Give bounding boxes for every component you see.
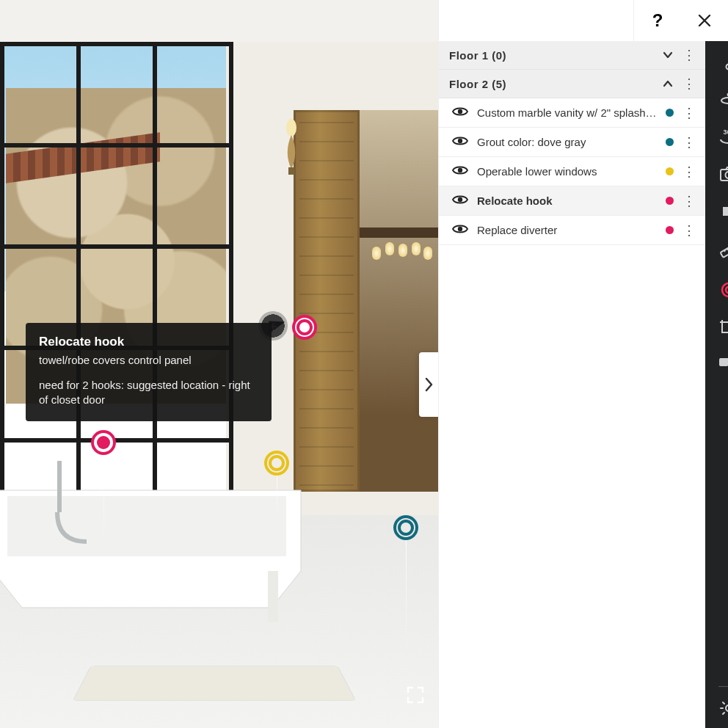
crop-icon[interactable] — [719, 320, 728, 338]
svg-point-6 — [458, 139, 462, 143]
floor-menu-button[interactable]: ⋮ — [682, 77, 695, 90]
tag-label: Custom marble vanity w/ 2" splash… — [477, 106, 657, 119]
tag-menu-button[interactable]: ⋮ — [682, 165, 695, 178]
help-button[interactable]: ? — [634, 0, 681, 41]
fullscreen-icon — [406, 685, 425, 705]
target-icon[interactable] — [719, 280, 728, 302]
help-icon: ? — [652, 10, 663, 31]
panel-collapse-handle[interactable] — [419, 352, 438, 417]
settings-icon[interactable] — [719, 699, 728, 721]
floor-header-2[interactable]: Floor 2 (5) ⋮ — [439, 70, 705, 98]
tag-menu-button[interactable]: ⋮ — [682, 106, 695, 120]
floor-label: Floor 1 (0) — [449, 49, 506, 62]
main-area: ＋ Relocate hook towel/robe covers contro… — [0, 0, 705, 728]
floor-header-1[interactable]: Floor 1 (0) ⋮ — [439, 41, 705, 70]
svg-point-18 — [726, 287, 728, 293]
tag-row[interactable]: Replace diverter ⋮ — [439, 216, 705, 245]
location-flag-icon[interactable] — [719, 51, 728, 73]
popup-title: Relocate hook — [39, 335, 258, 349]
3d-tag-vanity[interactable] — [396, 518, 415, 537]
window-mullions — [0, 42, 233, 512]
svg-rect-2 — [268, 571, 278, 622]
svg-point-7 — [458, 168, 462, 172]
wall-sconce — [279, 117, 304, 176]
3d-tag-relocate-hook[interactable] — [295, 318, 314, 337]
floor-label: Floor 2 (5) — [449, 78, 506, 90]
tags-panel: Floor 1 (0) ⋮ Floor 2 (5) ⋮ Custom marbl… — [438, 0, 705, 728]
3d-viewport[interactable]: ＋ Relocate hook towel/robe covers contro… — [0, 0, 438, 728]
color-dot — [666, 109, 674, 117]
vr-headset-icon[interactable] — [718, 355, 728, 373]
visibility-eye-icon[interactable] — [452, 135, 468, 149]
floor-menu-button[interactable]: ⋮ — [682, 48, 695, 62]
bath-rug — [73, 666, 356, 701]
tag-row[interactable]: Custom marble vanity w/ 2" splash… ⋮ — [439, 98, 705, 128]
3d-tag-windows[interactable] — [267, 454, 286, 473]
tag-row[interactable]: Operable lower windows ⋮ — [439, 157, 705, 186]
svg-rect-19 — [722, 322, 728, 332]
svg-rect-3 — [57, 461, 62, 512]
app-root: ? — [0, 0, 728, 728]
tag-menu-button[interactable]: ⋮ — [682, 136, 695, 149]
popup-subtitle: towel/robe covers control panel — [39, 354, 258, 366]
svg-point-5 — [458, 109, 462, 114]
color-dot — [666, 226, 674, 234]
tag-row[interactable]: Relocate hook ⋮ — [439, 186, 705, 216]
popup-body: need for 2 hooks: suggested location - r… — [39, 378, 258, 408]
tag-row[interactable]: Grout color: dove gray ⋮ — [439, 128, 705, 157]
right-toolbar: 360 — [705, 0, 728, 728]
bathtub — [0, 461, 330, 630]
3d-tag-grout[interactable] — [94, 433, 113, 452]
tag-label: Relocate hook — [477, 194, 657, 207]
color-dot — [666, 167, 674, 175]
camera-icon[interactable] — [719, 166, 728, 185]
tag-stem — [103, 452, 104, 540]
ring-icon[interactable] — [719, 91, 728, 109]
visibility-eye-icon[interactable] — [452, 164, 468, 178]
tag-list: Custom marble vanity w/ 2" splash… ⋮ Gro… — [439, 98, 705, 245]
tag-icon[interactable] — [720, 203, 728, 223]
ruler-icon[interactable] — [719, 241, 728, 263]
rotate-360-icon[interactable]: 360 — [718, 126, 728, 148]
svg-point-20 — [726, 705, 728, 711]
chevron-up-icon — [662, 78, 674, 90]
tag-stem — [406, 537, 407, 655]
tag-label: Operable lower windows — [477, 165, 657, 178]
fullscreen-button[interactable] — [406, 685, 425, 707]
tag-menu-button[interactable]: ⋮ — [682, 194, 695, 208]
visibility-eye-icon[interactable] — [452, 106, 468, 120]
svg-rect-14 — [721, 170, 728, 181]
tag-label: Grout color: dove gray — [477, 136, 657, 148]
color-dot — [666, 138, 674, 146]
chevron-right-icon — [423, 377, 434, 392]
visibility-eye-icon[interactable] — [452, 194, 468, 208]
toolbar-separator — [718, 686, 728, 687]
tag-menu-button[interactable]: ⋮ — [682, 224, 695, 237]
svg-point-0 — [286, 119, 296, 136]
close-button[interactable] — [681, 0, 728, 41]
svg-point-11 — [721, 98, 728, 103]
visibility-eye-icon[interactable] — [452, 223, 468, 237]
svg-rect-1 — [288, 167, 294, 175]
svg-text:360: 360 — [723, 128, 728, 136]
svg-point-9 — [458, 227, 462, 231]
tag-stem — [277, 473, 277, 517]
tag-popup: Relocate hook towel/robe covers control … — [26, 323, 272, 421]
tag-label: Replace diverter — [477, 224, 657, 236]
color-dot — [666, 197, 674, 205]
chevron-down-icon — [662, 49, 674, 61]
svg-point-8 — [458, 197, 462, 202]
close-icon — [697, 13, 712, 28]
scene-render: ＋ Relocate hook towel/robe covers contro… — [0, 0, 438, 728]
